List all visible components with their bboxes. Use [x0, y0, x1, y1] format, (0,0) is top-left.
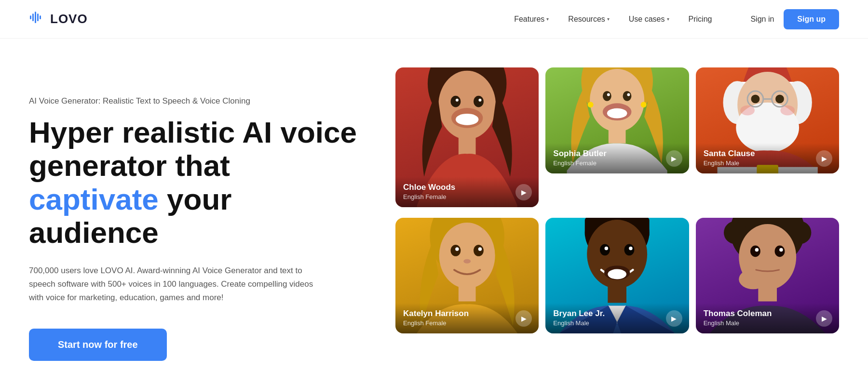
- nav-item-resources[interactable]: Resources ▾: [568, 15, 609, 24]
- nav-auth: Sign in Sign up: [750, 9, 839, 29]
- voice-lang: English Female: [553, 159, 681, 167]
- hero-description: 700,000 users love LOVO AI. Award-winnin…: [29, 264, 328, 305]
- svg-point-42: [450, 245, 461, 256]
- nav-item-pricing[interactable]: Pricing: [689, 15, 712, 24]
- svg-point-17: [607, 108, 627, 119]
- hero-title-plain: Hyper realistic AI voice generator that: [29, 116, 357, 182]
- sign-in-link[interactable]: Sign in: [750, 15, 774, 24]
- nav-item-use-cases[interactable]: Use cases ▾: [629, 15, 669, 24]
- nav-item-features[interactable]: Features ▾: [514, 15, 549, 24]
- voice-card-thomas[interactable]: Thomas Coleman English Male ▶: [696, 218, 839, 333]
- svg-point-9: [450, 96, 461, 107]
- svg-point-37: [780, 106, 795, 116]
- play-button[interactable]: ▶: [666, 310, 682, 327]
- logo[interactable]: LOVO: [29, 9, 88, 29]
- svg-point-72: [779, 248, 783, 252]
- play-button[interactable]: ▶: [816, 150, 832, 167]
- voice-name: Chloe Woods: [403, 183, 531, 192]
- svg-point-32: [775, 94, 784, 103]
- voice-card-sophia[interactable]: Sophia Butler English Female ▶: [545, 67, 689, 173]
- hero-title-accent: captivate: [29, 183, 159, 216]
- voice-card-chloe[interactable]: Chloe Woods English Female ▶: [395, 67, 539, 207]
- svg-rect-68: [758, 273, 763, 286]
- svg-point-12: [478, 99, 481, 102]
- hero-section: AI Voice Generator: Realistic Text to Sp…: [0, 39, 868, 371]
- hero-subtitle: AI Voice Generator: Realistic Text to Sp…: [29, 96, 366, 106]
- svg-point-31: [751, 94, 760, 103]
- svg-point-8: [456, 114, 479, 125]
- play-button[interactable]: ▶: [816, 310, 832, 327]
- svg-rect-1: [32, 13, 34, 21]
- svg-point-56: [629, 247, 633, 250]
- svg-point-41: [439, 223, 495, 289]
- svg-rect-24: [609, 129, 626, 144]
- play-button[interactable]: ▶: [666, 150, 682, 167]
- voice-card-bryan[interactable]: Bryan Lee Jr. English Male ▶: [545, 218, 689, 333]
- svg-point-21: [627, 93, 630, 96]
- svg-point-44: [455, 247, 459, 251]
- svg-rect-57: [608, 286, 627, 303]
- chevron-down-icon: ▾: [667, 16, 669, 22]
- svg-point-20: [607, 93, 610, 96]
- nav-links: Features ▾ Resources ▾ Use cases ▾ Prici…: [514, 15, 712, 24]
- voice-name: Katelyn Harrison: [403, 309, 531, 318]
- voice-lang: English Male: [704, 319, 831, 327]
- svg-point-53: [600, 244, 610, 256]
- svg-point-19: [623, 91, 632, 101]
- svg-point-22: [588, 102, 594, 107]
- chevron-down-icon: ▾: [607, 16, 610, 22]
- voice-lang: English Female: [403, 319, 531, 327]
- svg-rect-0: [30, 15, 31, 19]
- cta-button[interactable]: Start now for free: [29, 329, 167, 361]
- svg-point-43: [474, 245, 484, 256]
- svg-point-6: [438, 71, 496, 140]
- svg-point-70: [774, 246, 785, 257]
- svg-point-52: [608, 269, 627, 279]
- voice-name: Sophia Butler: [553, 149, 681, 159]
- svg-point-71: [755, 248, 758, 252]
- svg-point-54: [624, 244, 635, 256]
- svg-point-15: [590, 69, 644, 132]
- logo-wordmark: LOVO: [50, 12, 88, 26]
- hero-title: Hyper realistic AI voice generator that …: [29, 116, 366, 250]
- svg-rect-66: [743, 274, 749, 287]
- chevron-down-icon: ▾: [546, 16, 549, 22]
- voice-lang: English Male: [553, 319, 681, 327]
- svg-point-69: [750, 246, 760, 257]
- svg-rect-2: [35, 12, 36, 23]
- voice-name: Santa Clause: [704, 149, 831, 159]
- voice-name: Bryan Lee Jr.: [553, 309, 681, 318]
- voice-card-katelyn[interactable]: Katelyn Harrison English Female ▶: [395, 218, 539, 333]
- svg-point-23: [641, 102, 647, 107]
- svg-rect-47: [459, 286, 476, 302]
- svg-point-10: [474, 96, 484, 107]
- hero-left: AI Voice Generator: Realistic Text to Sp…: [29, 67, 395, 371]
- svg-rect-4: [40, 15, 41, 19]
- navigation: LOVO Features ▾ Resources ▾ Use cases ▾ …: [0, 0, 868, 39]
- voice-card-santa[interactable]: Santa Clause English Male ▶: [696, 67, 839, 173]
- svg-rect-13: [459, 137, 476, 155]
- logo-icon: [29, 9, 46, 29]
- svg-point-36: [740, 106, 755, 116]
- voice-lang: English Female: [403, 193, 531, 200]
- svg-point-11: [456, 99, 459, 102]
- voice-grid: Chloe Woods English Female ▶: [395, 67, 839, 371]
- svg-rect-3: [37, 13, 39, 21]
- voice-name: Thomas Coleman: [704, 309, 831, 318]
- sign-up-button[interactable]: Sign up: [784, 9, 839, 29]
- svg-point-55: [605, 247, 608, 250]
- svg-rect-67: [750, 272, 756, 287]
- voice-lang: English Male: [704, 159, 831, 167]
- svg-point-45: [478, 247, 482, 251]
- svg-point-46: [463, 259, 471, 264]
- svg-point-18: [603, 91, 611, 101]
- svg-rect-73: [758, 287, 777, 302]
